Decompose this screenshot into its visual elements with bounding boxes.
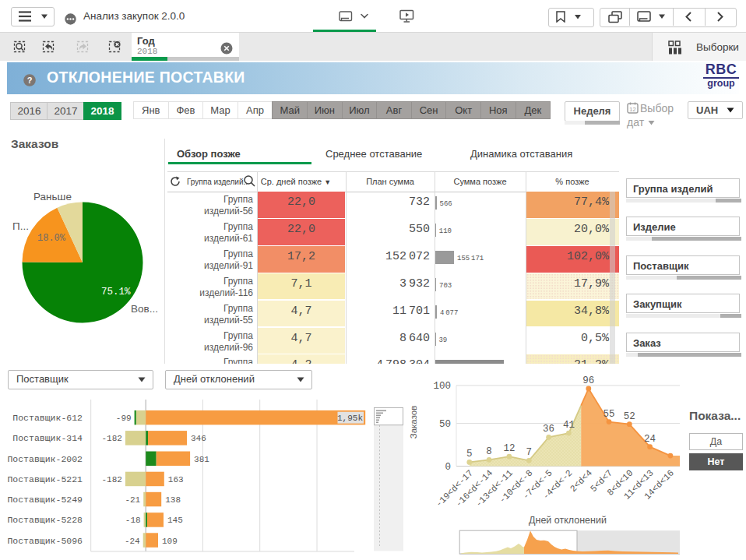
svg-text:5: 5 <box>466 449 473 460</box>
svg-text:Поставщик-5228: Поставщик-5228 <box>7 515 83 525</box>
svg-text:-18: -18 <box>125 516 141 525</box>
svg-text:50: 50 <box>439 419 451 430</box>
svg-text:24: 24 <box>644 434 656 445</box>
svg-text:100: 100 <box>433 381 451 392</box>
svg-text:381: 381 <box>194 455 209 464</box>
svg-text:-99: -99 <box>116 414 132 423</box>
svg-text:Поставщик-5221: Поставщик-5221 <box>7 474 83 484</box>
svg-text:52: 52 <box>624 411 635 422</box>
svg-text:2<d<4: 2<d<4 <box>568 467 594 494</box>
svg-text:7: 7 <box>526 447 533 458</box>
svg-text:36: 36 <box>543 424 554 435</box>
svg-text:1,95k: 1,95k <box>337 414 363 423</box>
svg-text:0: 0 <box>445 462 451 473</box>
svg-text:163: 163 <box>168 475 184 484</box>
svg-text:-21: -21 <box>125 495 140 505</box>
svg-text:96: 96 <box>582 375 594 386</box>
svg-text:8: 8 <box>486 446 492 457</box>
svg-text:-24: -24 <box>125 537 140 546</box>
svg-text:Поставщик-612: Поставщик-612 <box>12 413 83 423</box>
svg-text:-182: -182 <box>101 434 121 443</box>
svg-text:12: 12 <box>503 443 515 454</box>
svg-text:-182: -182 <box>101 475 121 484</box>
svg-text:?: ? <box>27 76 33 85</box>
svg-text:109: 109 <box>162 537 178 546</box>
svg-text:12: 12 <box>629 106 635 113</box>
svg-text:Поставщик-2002: Поставщик-2002 <box>7 454 83 464</box>
svg-text:55: 55 <box>603 409 614 420</box>
svg-text:145: 145 <box>167 516 183 525</box>
svg-text:346: 346 <box>191 434 206 443</box>
svg-text:Дней отклонений: Дней отклонений <box>529 515 607 526</box>
svg-text:Заказов: Заказов <box>409 406 418 439</box>
svg-text:138: 138 <box>165 495 181 505</box>
svg-text:Поставщик-5096: Поставщик-5096 <box>7 536 83 546</box>
svg-text:Поставщик-5249: Поставщик-5249 <box>7 495 83 505</box>
svg-text:Поставщик-314: Поставщик-314 <box>12 433 83 443</box>
svg-text:41: 41 <box>563 420 575 431</box>
